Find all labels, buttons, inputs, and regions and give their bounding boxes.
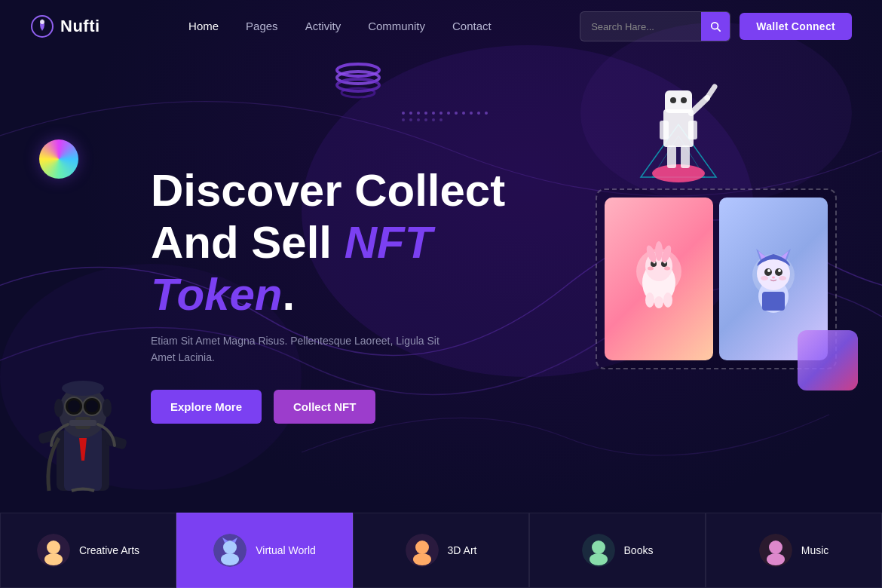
nav-right: Wallet Connect <box>580 11 852 41</box>
search-button[interactable] <box>701 12 730 41</box>
nav-home[interactable]: Home <box>188 20 219 32</box>
category-music[interactable]: Music <box>706 513 882 588</box>
cat-avatar-books <box>582 534 615 567</box>
svg-point-67 <box>663 292 672 308</box>
svg-rect-82 <box>762 292 785 311</box>
logo[interactable]: Nufti <box>30 14 100 38</box>
category-books[interactable]: Books <box>529 513 706 588</box>
collect-nft-button[interactable]: Collect NFT <box>274 390 375 424</box>
search-box <box>580 11 730 41</box>
logo-text: Nufti <box>60 17 100 36</box>
wallet-connect-button[interactable]: Wallet Connect <box>740 13 852 40</box>
nft-cards-container <box>596 188 837 369</box>
category-creative-arts[interactable]: Creative Arts <box>0 513 176 588</box>
svg-point-46 <box>68 400 80 412</box>
svg-point-97 <box>413 553 431 565</box>
cat-label-books: Books <box>624 544 654 556</box>
svg-point-80 <box>761 276 768 280</box>
category-3d-art[interactable]: 3D Art <box>353 513 529 588</box>
hero-title: Discover Collect And Sell NFT Token. <box>151 164 588 320</box>
cat-avatar-3d <box>406 534 439 567</box>
svg-point-66 <box>654 296 663 308</box>
svg-point-60 <box>648 267 654 271</box>
svg-rect-49 <box>69 420 96 426</box>
cat-label-virtual: Virtual World <box>256 544 316 556</box>
cat-label-creative: Creative Arts <box>79 544 139 556</box>
svg-point-47 <box>86 400 98 412</box>
category-virtual-world[interactable]: Virtual World <box>176 513 353 588</box>
svg-point-81 <box>779 276 786 280</box>
svg-point-103 <box>767 553 785 565</box>
nav-community[interactable]: Community <box>368 20 425 32</box>
search-input[interactable] <box>580 15 701 38</box>
logo-icon <box>30 14 54 38</box>
nav-contact[interactable]: Contact <box>452 20 492 32</box>
svg-point-50 <box>62 381 104 396</box>
hero-subtitle: Etiam Sit Amet Magna Risus. Pellentesque… <box>151 332 452 366</box>
svg-point-78 <box>778 269 781 272</box>
nav-activity[interactable]: Activity <box>305 20 341 32</box>
svg-point-84 <box>40 20 44 24</box>
search-icon <box>710 21 721 32</box>
cat-label-music: Music <box>801 544 829 556</box>
hero-title-line2: And Sell NFT Token. <box>151 217 432 320</box>
svg-point-102 <box>769 541 782 554</box>
cat-avatar-music <box>759 534 792 567</box>
nav-links: Home Pages Activity Community Contact <box>188 20 492 33</box>
nft-card-1[interactable] <box>605 198 713 360</box>
svg-point-65 <box>645 292 654 308</box>
svg-point-100 <box>590 553 608 565</box>
svg-point-99 <box>592 541 605 554</box>
svg-point-51 <box>54 399 63 417</box>
nft-card-frame <box>596 188 837 369</box>
hero-title-line1: Discover Collect <box>151 165 505 216</box>
navbar: Nufti Home Pages Activity Community Cont… <box>0 0 882 53</box>
cat-avatar-virtual <box>213 534 247 567</box>
svg-point-92 <box>221 553 239 565</box>
hero-buttons: Explore More Collect NFT <box>151 390 852 424</box>
svg-point-61 <box>664 267 670 271</box>
svg-point-77 <box>767 269 770 272</box>
svg-point-79 <box>772 277 775 279</box>
svg-point-89 <box>44 553 63 565</box>
svg-point-88 <box>47 541 60 554</box>
svg-point-52 <box>103 399 112 417</box>
nav-pages[interactable]: Pages <box>246 20 278 32</box>
svg-line-86 <box>718 29 721 32</box>
cat-label-3d: 3D Art <box>448 544 477 556</box>
svg-point-96 <box>415 541 429 554</box>
nft-card-extra <box>798 330 858 390</box>
svg-point-63 <box>655 241 663 261</box>
explore-more-button[interactable]: Explore More <box>151 390 262 424</box>
cat-avatar-creative <box>37 534 70 567</box>
categories-bar: Creative Arts Virtual World 3D Art <box>0 513 882 588</box>
